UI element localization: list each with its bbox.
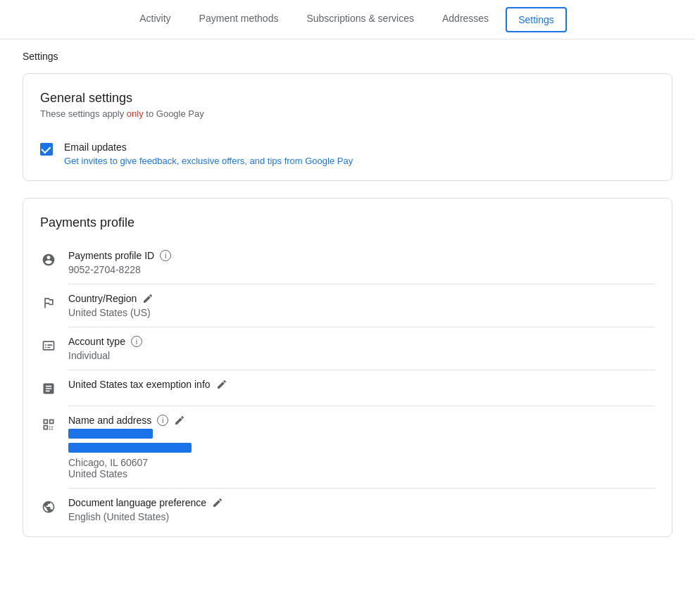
name-address-label: Name and address <box>68 415 151 426</box>
doc-language-row: Document language preference English (Un… <box>40 489 655 531</box>
country-region-row: Country/Region United States (US) <box>40 284 655 327</box>
name-address-info-icon[interactable]: i <box>157 415 168 426</box>
top-navigation: Activity Payment methods Subscriptions &… <box>0 0 695 39</box>
country-region-label: Country/Region <box>68 293 137 304</box>
profile-id-row: Payments profile ID i 9052-2704-8228 <box>40 241 655 284</box>
doc-language-edit-icon[interactable] <box>212 497 223 508</box>
email-updates-row: Email updates Get invites to give feedba… <box>23 130 672 180</box>
tax-exemption-row: United States tax exemption info <box>40 370 655 406</box>
nav-addresses[interactable]: Addresses <box>431 0 500 39</box>
general-settings-title: General settings <box>40 91 655 106</box>
nav-subscriptions[interactable]: Subscriptions & services <box>295 0 425 39</box>
account-type-row: Account type i Individual <box>40 327 655 370</box>
globe-icon <box>40 498 57 515</box>
list-alt-icon <box>40 380 57 397</box>
payments-profile-title: Payments profile <box>40 215 655 230</box>
email-updates-description: Get invites to give feedback, exclusive … <box>64 156 353 166</box>
tax-exemption-content: United States tax exemption info <box>68 379 655 393</box>
country-region-value: United States (US) <box>68 307 655 318</box>
name-address-row: Name and address i Chicago, IL 60607 Uni… <box>40 406 655 488</box>
name-address-header: Name and address i <box>68 415 655 426</box>
account-type-header: Account type i <box>68 336 655 347</box>
account-card-icon <box>40 337 57 354</box>
account-type-label: Account type <box>68 336 125 347</box>
subtitle-prefix: These settings apply <box>40 108 127 119</box>
page-title: Settings <box>0 39 695 68</box>
email-updates-text: Email updates Get invites to give feedba… <box>64 142 353 166</box>
tax-exemption-label: United States tax exemption info <box>68 379 211 390</box>
country-region-header: Country/Region <box>68 293 655 304</box>
nav-settings[interactable]: Settings <box>506 7 567 32</box>
profile-id-header: Payments profile ID i <box>68 250 655 261</box>
subtitle-suffix: to Google Pay <box>144 108 204 119</box>
profile-id-value: 9052-2704-8228 <box>68 264 655 275</box>
nav-payment-methods[interactable]: Payment methods <box>188 0 290 39</box>
country-region-content: Country/Region United States (US) <box>68 293 655 318</box>
profile-id-label: Payments profile ID <box>68 250 154 261</box>
person-circle-icon <box>40 251 57 268</box>
name-address-country: United States <box>68 468 655 479</box>
payments-profile-card: Payments profile Payments profile ID i 9… <box>23 198 672 537</box>
tax-exemption-edit-icon[interactable] <box>216 379 227 390</box>
profile-id-content: Payments profile ID i 9052-2704-8228 <box>68 250 655 275</box>
profile-id-info-icon[interactable]: i <box>160 250 171 261</box>
general-settings-subtitle: These settings apply only to Google Pay <box>40 108 655 119</box>
doc-language-header: Document language preference <box>68 497 655 508</box>
email-updates-checkbox[interactable] <box>40 143 53 156</box>
tax-exemption-header: United States tax exemption info <box>68 379 655 390</box>
email-updates-checkbox-wrapper[interactable] <box>40 143 53 156</box>
general-settings-card: General settings These settings apply on… <box>23 73 672 181</box>
doc-language-label: Document language preference <box>68 497 206 508</box>
name-address-redacted2 <box>68 443 192 453</box>
grid-person-icon <box>40 416 57 433</box>
country-region-edit-icon[interactable] <box>142 293 154 304</box>
account-type-content: Account type i Individual <box>68 336 655 361</box>
doc-language-content: Document language preference English (Un… <box>68 497 655 522</box>
email-updates-label: Email updates <box>64 142 353 153</box>
subtitle-only: only <box>127 108 144 119</box>
name-address-city: Chicago, IL 60607 <box>68 457 655 468</box>
flag-icon <box>40 294 57 311</box>
account-type-value: Individual <box>68 350 655 361</box>
name-address-content: Name and address i Chicago, IL 60607 Uni… <box>68 415 655 479</box>
name-address-edit-icon[interactable] <box>174 415 185 426</box>
general-settings-header: General settings These settings apply on… <box>23 74 672 130</box>
doc-language-value: English (United States) <box>68 511 655 522</box>
name-address-redacted1 <box>68 429 153 439</box>
nav-activity[interactable]: Activity <box>128 0 182 39</box>
main-content: General settings These settings apply on… <box>0 68 695 560</box>
account-type-info-icon[interactable]: i <box>131 336 142 347</box>
